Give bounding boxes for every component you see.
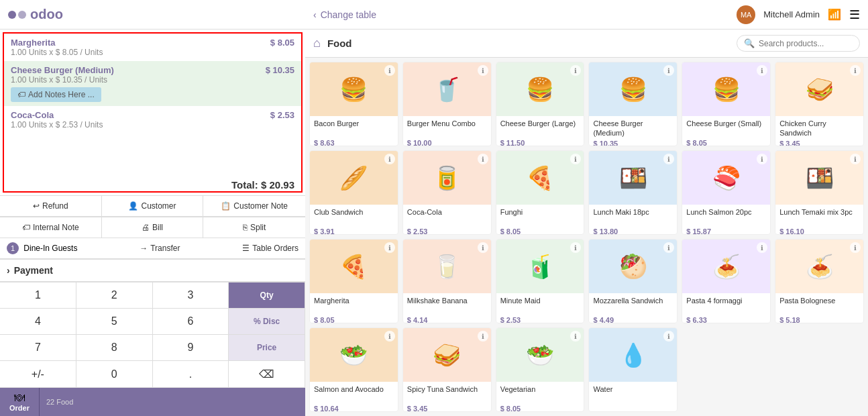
- product-card[interactable]: 🥗 ℹ Salmon and Avocado $ 10.64: [309, 327, 398, 412]
- info-icon[interactable]: ℹ: [384, 154, 395, 164]
- dine-in-row: 1 Dine-In Guests → Transfer ☰ Table Orde…: [0, 238, 305, 259]
- product-price: $ 6.33: [686, 316, 766, 323]
- num-btn-2[interactable]: 2: [76, 282, 153, 309]
- product-name: Cheese Burger (Medium): [593, 119, 673, 138]
- internal-note-button[interactable]: 🏷 Internal Note: [0, 217, 102, 238]
- qty-btn[interactable]: Qty: [229, 282, 305, 309]
- customer-note-button[interactable]: 📋 Customer Note: [203, 196, 305, 217]
- product-card[interactable]: 🍣 ℹ Lunch Salmon 20pc $ 15.87: [682, 150, 771, 235]
- product-card[interactable]: 💧 ℹ Water: [588, 327, 677, 412]
- info-icon[interactable]: ℹ: [384, 242, 395, 253]
- home-icon[interactable]: ⌂: [313, 36, 321, 50]
- add-notes-button[interactable]: 🏷 Add Notes Here ...: [11, 87, 101, 102]
- transfer-label: Transfer: [150, 244, 180, 253]
- item-detail-cheese-burger: 1.00 Units x $ 10.35 / Units: [11, 75, 294, 85]
- search-input[interactable]: [759, 39, 853, 48]
- product-card[interactable]: 🥪 ℹ Spicy Tuna Sandwich $ 3.45: [402, 327, 492, 412]
- info-icon[interactable]: ℹ: [478, 154, 488, 164]
- order-item-coca-cola[interactable]: Coca-Cola $ 2.53 1.00 Units x $ 2.53 / U…: [4, 106, 301, 134]
- num-btn-1[interactable]: 1: [0, 282, 76, 309]
- product-price: $ 8.63: [314, 139, 394, 146]
- table-orders-button[interactable]: ☰ Table Orders: [242, 244, 299, 253]
- order-tab-label: Order: [9, 404, 30, 412]
- info-icon[interactable]: ℹ: [478, 65, 488, 76]
- table-orders-label: Table Orders: [252, 244, 299, 253]
- info-icon[interactable]: ℹ: [478, 242, 488, 253]
- product-card[interactable]: 🍕 ℹ Funghi $ 8.05: [496, 150, 585, 235]
- product-name: Margherita: [314, 296, 394, 315]
- product-card[interactable]: 🍕 ℹ Margherita $ 8.05: [309, 239, 398, 323]
- product-card[interactable]: 🍔 ℹ Cheese Burger (Small) $ 8.05: [682, 62, 771, 146]
- product-name: Pasta 4 formaggi: [686, 296, 766, 315]
- dine-in-left: 1 Dine-In Guests: [7, 242, 77, 254]
- admin-name: Mitchell Admin: [763, 9, 820, 19]
- product-name: Lunch Maki 18pc: [593, 207, 673, 226]
- num-btn-3[interactable]: 3: [153, 282, 229, 309]
- product-price: $ 3.45: [779, 140, 859, 146]
- product-price: $ 3.45: [407, 405, 487, 412]
- num-btn-5[interactable]: 5: [76, 309, 153, 335]
- product-card[interactable]: 🧃 ℹ Minute Maid $ 2.53: [496, 239, 585, 323]
- order-item-margherita[interactable]: Margherita $ 8.05 1.00 Units x $ 8.05 / …: [4, 34, 301, 61]
- top-bar-right: MA Mitchell Admin 📶 ☰: [737, 5, 860, 24]
- product-card[interactable]: 🍔 ℹ Cheese Burger (Medium) $ 10.35: [588, 62, 677, 146]
- chevron-right-icon: ›: [7, 265, 10, 276]
- info-icon[interactable]: ℹ: [850, 242, 861, 253]
- left-panel: odoo Margherita $ 8.05 1.00 Units x $ 8.…: [0, 0, 305, 416]
- refund-label: Refund: [42, 201, 68, 211]
- product-card[interactable]: 🥖 ℹ Club Sandwich $ 3.91: [309, 150, 398, 235]
- tag-icon: 🏷: [17, 90, 25, 99]
- disc-btn[interactable]: % Disc: [229, 309, 305, 335]
- menu-icon[interactable]: ☰: [849, 7, 860, 22]
- numpad: 1 2 3 Qty 4 5 6 % Disc 7 8 9 Price +/- 0…: [0, 282, 305, 388]
- product-card[interactable]: 🍝 ℹ Pasta 4 formaggi $ 6.33: [682, 239, 771, 323]
- item-name-margherita: Margherita: [11, 38, 55, 48]
- backspace-btn[interactable]: ⌫: [229, 361, 305, 388]
- info-icon[interactable]: ℹ: [384, 331, 395, 342]
- num-btn-7[interactable]: 7: [0, 335, 76, 361]
- product-card[interactable]: 🍱 ℹ Lunch Maki 18pc $ 13.80: [588, 150, 677, 235]
- refund-button[interactable]: ↩ Refund: [0, 196, 102, 217]
- payment-button[interactable]: › Payment: [0, 259, 305, 282]
- order-item-cheese-burger[interactable]: Cheese Burger (Medium) $ 10.35 1.00 Unit…: [4, 61, 301, 106]
- product-name: Pasta Bolognese: [779, 296, 859, 315]
- product-name: Lunch Temaki mix 3pc: [779, 207, 859, 226]
- product-price: $ 4.14: [407, 316, 487, 323]
- num-btn-9[interactable]: 9: [153, 335, 229, 361]
- food-tab[interactable]: 2 2 Food: [40, 388, 80, 416]
- right-panel: ‹ Change table MA Mitchell Admin 📶 ☰ ⌂ F…: [305, 0, 868, 416]
- product-card[interactable]: 🥪 ℹ Chicken Curry Sandwich $ 3.45: [775, 62, 864, 146]
- info-icon[interactable]: ℹ: [384, 65, 395, 76]
- num-btn-8[interactable]: 8: [76, 335, 153, 361]
- num-btn-0[interactable]: 0: [76, 361, 153, 388]
- split-button[interactable]: ⎘ Split: [203, 217, 305, 238]
- customer-button[interactable]: 👤 Customer: [102, 196, 204, 217]
- num-btn-plusminus[interactable]: +/-: [0, 361, 76, 388]
- item-price-margherita: $ 8.05: [270, 38, 294, 48]
- product-card[interactable]: 🥫 ℹ Coca-Cola $ 2.53: [402, 150, 492, 235]
- info-icon[interactable]: ℹ: [478, 331, 488, 342]
- transfer-button[interactable]: → Transfer: [140, 244, 180, 253]
- info-icon[interactable]: ℹ: [850, 154, 861, 164]
- change-table-btn[interactable]: ‹ Change table: [313, 9, 376, 20]
- product-price: $ 2.53: [500, 316, 580, 323]
- product-card[interactable]: 🥛 ℹ Milkshake Banana $ 4.14: [402, 239, 492, 323]
- food-tab-label: 2 Food: [50, 398, 73, 406]
- product-card[interactable]: 🥗 ℹ Vegetarian $ 8.05: [496, 327, 585, 412]
- product-card[interactable]: 🍔 ℹ Bacon Burger $ 8.63: [309, 62, 398, 146]
- info-icon[interactable]: ℹ: [850, 65, 861, 76]
- product-card[interactable]: 🥤 ℹ Burger Menu Combo $ 10.00: [402, 62, 492, 146]
- product-card[interactable]: 🍱 ℹ Lunch Temaki mix 3pc $ 16.10: [775, 150, 864, 235]
- order-tab[interactable]: 🍽 Order: [0, 388, 40, 416]
- num-btn-dot[interactable]: .: [153, 361, 229, 388]
- food-label: Food: [327, 38, 730, 49]
- num-btn-4[interactable]: 4: [0, 309, 76, 335]
- product-card[interactable]: 🍝 ℹ Pasta Bolognese $ 5.18: [775, 239, 864, 323]
- product-card[interactable]: 🍔 ℹ Cheese Burger (Large) $ 11.50: [496, 62, 585, 146]
- customer-icon: 👤: [128, 201, 138, 211]
- product-name: Funghi: [500, 207, 580, 226]
- bill-button[interactable]: 🖨 Bill: [102, 217, 204, 238]
- num-btn-6[interactable]: 6: [153, 309, 229, 335]
- price-btn[interactable]: Price: [229, 335, 305, 361]
- product-card[interactable]: 🥙 ℹ Mozzarella Sandwich $ 4.49: [588, 239, 677, 323]
